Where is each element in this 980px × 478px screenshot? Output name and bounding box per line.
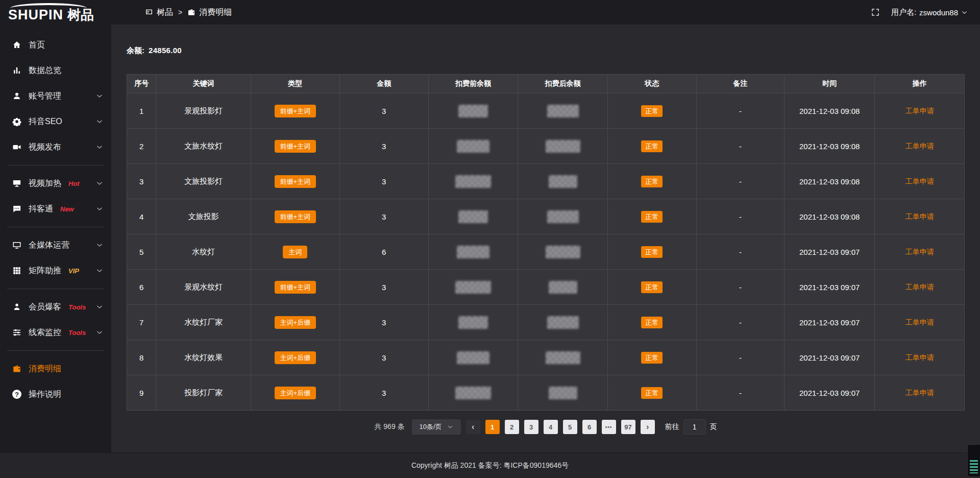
work-order-link[interactable]: 工单申请 [905, 142, 934, 150]
page-button-4[interactable]: 4 [544, 420, 558, 434]
sidebar-item-label: 会员爆客 [29, 302, 61, 313]
page-button-5[interactable]: 5 [563, 420, 577, 434]
column-header-3: 金额 [339, 75, 428, 93]
cell-balance-before [428, 199, 518, 234]
balance-label: 余额: [127, 46, 144, 56]
redacted-balance-after [549, 175, 577, 188]
redacted-balance-after [547, 210, 579, 223]
cell-index: 9 [127, 375, 156, 411]
work-order-link[interactable]: 工单申请 [905, 389, 934, 397]
copyright-text: Copyright 树品 2021 备案号: 粤ICP备09019646号 [411, 461, 569, 470]
sidebar-item-video-heating[interactable]: 视频加热Hot [0, 171, 111, 196]
goto-label: 前往 [665, 422, 679, 432]
sidebar-item-clue-monitor[interactable]: 线索监控Tools [0, 320, 111, 345]
cell-keyword: 文旅投影灯 [156, 164, 251, 199]
work-order-link[interactable]: 工单申请 [905, 353, 934, 362]
table-row: 7水纹灯厂家主词+后缀3正常-2021-12-03 09:07工单申请 [127, 305, 965, 340]
work-order-link[interactable]: 工单申请 [905, 107, 934, 115]
home-icon [12, 40, 21, 50]
goto-suffix: 页 [710, 422, 717, 432]
cell-action: 工单申请 [875, 375, 965, 411]
cell-time: 2021-12-03 09:07 [785, 375, 875, 411]
sidebar-divider [7, 350, 104, 351]
sidebar-item-label: 抖音SEO [29, 116, 62, 127]
cell-remark: - [696, 270, 784, 305]
sidebar-item-video-publish[interactable]: 视频发布 [0, 134, 111, 160]
work-order-link[interactable]: 工单申请 [905, 177, 934, 185]
sidebar-item-media-operation[interactable]: 全媒体运营 [0, 232, 111, 258]
work-order-link[interactable]: 工单申请 [905, 248, 934, 256]
page-button-1[interactable]: 1 [485, 420, 500, 434]
redacted-balance-after [546, 140, 580, 153]
cell-index: 7 [127, 305, 156, 340]
column-header-5: 扣费后余额 [518, 75, 608, 93]
breadcrumb: 树品 > 消费明细 [145, 7, 232, 18]
cell-keyword: 文旅投影 [156, 199, 251, 234]
sidebar-item-douketong[interactable]: 抖客通New [0, 196, 111, 222]
cell-type: 前缀+主词 [251, 164, 339, 199]
cell-time: 2021-12-03 09:08 [785, 129, 875, 164]
fullscreen-icon[interactable] [871, 8, 880, 17]
table-header-row: 序号关键词类型金额扣费前余额扣费后余额状态备注时间操作 [127, 75, 965, 93]
sidebar-item-matrix-boost[interactable]: 矩阵助推VIP [0, 258, 111, 283]
chevron-down-icon [96, 144, 103, 151]
table-row: 3文旅投影灯前缀+主词3正常-2021-12-03 09:08工单申请 [127, 164, 965, 199]
sidebar-item-data-overview[interactable]: 数据总览 [0, 58, 111, 83]
page-button-2[interactable]: 2 [505, 420, 519, 434]
page-size-select[interactable]: 10条/页 [412, 419, 461, 435]
next-page-button[interactable]: › [641, 420, 655, 434]
floating-widget[interactable] [967, 444, 980, 477]
last-page-button[interactable]: 97 [621, 420, 635, 434]
cell-index: 4 [127, 199, 156, 234]
cell-status: 正常 [607, 375, 696, 411]
redacted-balance-after [547, 316, 579, 329]
redacted-balance-before [455, 175, 491, 188]
sidebar-item-consume-detail[interactable]: 消费明细 [0, 356, 111, 381]
user-icon [12, 91, 21, 101]
page-button-3[interactable]: 3 [524, 420, 538, 434]
cell-time: 2021-12-03 09:08 [785, 93, 875, 129]
sidebar-item-douyin-seo[interactable]: 抖音SEO [0, 109, 111, 134]
work-order-link[interactable]: 工单申请 [905, 318, 934, 326]
cell-amount: 3 [339, 199, 428, 234]
breadcrumb-item-consume-detail[interactable]: 消费明细 [187, 7, 232, 18]
cell-time: 2021-12-03 09:07 [785, 234, 875, 270]
status-badge: 正常 [641, 281, 663, 293]
redacted-balance-before [457, 246, 489, 258]
sidebar-item-label: 全媒体运营 [29, 240, 69, 251]
cell-balance-before [428, 340, 518, 375]
redacted-balance-before [457, 351, 489, 364]
column-header-0: 序号 [127, 75, 156, 93]
sidebar-item-label: 账号管理 [29, 91, 61, 102]
table-row: 9投影灯厂家主词+后缀3正常-2021-12-03 09:07工单申请 [127, 375, 965, 411]
user-dropdown[interactable]: 用户名: zswodun88 [891, 8, 968, 17]
prev-page-button[interactable]: ‹ [466, 420, 480, 434]
status-badge: 正常 [641, 105, 663, 117]
cell-status: 正常 [607, 93, 696, 129]
cell-time: 2021-12-03 09:07 [785, 305, 875, 340]
status-badge: 正常 [641, 176, 663, 187]
sidebar-item-member-burst[interactable]: 会员爆客Tools [0, 294, 111, 320]
work-order-link[interactable]: 工单申请 [905, 212, 934, 221]
sidebar-item-account-management[interactable]: 账号管理 [0, 83, 111, 109]
breadcrumb-item-shupin[interactable]: 树品 [145, 7, 173, 18]
column-header-7: 备注 [696, 75, 784, 93]
cell-action: 工单申请 [875, 340, 965, 375]
cell-type: 前缀+主词 [251, 93, 339, 129]
ellipsis-page-button[interactable]: ••• [602, 420, 616, 434]
page-button-6[interactable]: 6 [582, 420, 597, 434]
redacted-balance-after [547, 105, 579, 117]
sidebar-item-instructions[interactable]: ?操作说明 [0, 381, 111, 407]
sidebar-item-tag: Tools [68, 329, 86, 337]
goto-page-input[interactable] [683, 419, 706, 435]
sidebar-item-home[interactable]: 首页 [0, 32, 111, 58]
table-row: 6景观水纹灯前缀+主词3正常-2021-12-03 09:07工单申请 [127, 270, 965, 305]
username-value: zswodun88 [919, 8, 958, 17]
cell-remark: - [696, 164, 784, 199]
type-badge: 前缀+主词 [275, 105, 316, 117]
cell-index: 6 [127, 270, 156, 305]
cell-balance-after [518, 270, 608, 305]
table-row: 5水纹灯主词6正常-2021-12-03 09:07工单申请 [127, 234, 965, 270]
work-order-link[interactable]: 工单申请 [905, 283, 934, 291]
cell-status: 正常 [607, 270, 696, 305]
